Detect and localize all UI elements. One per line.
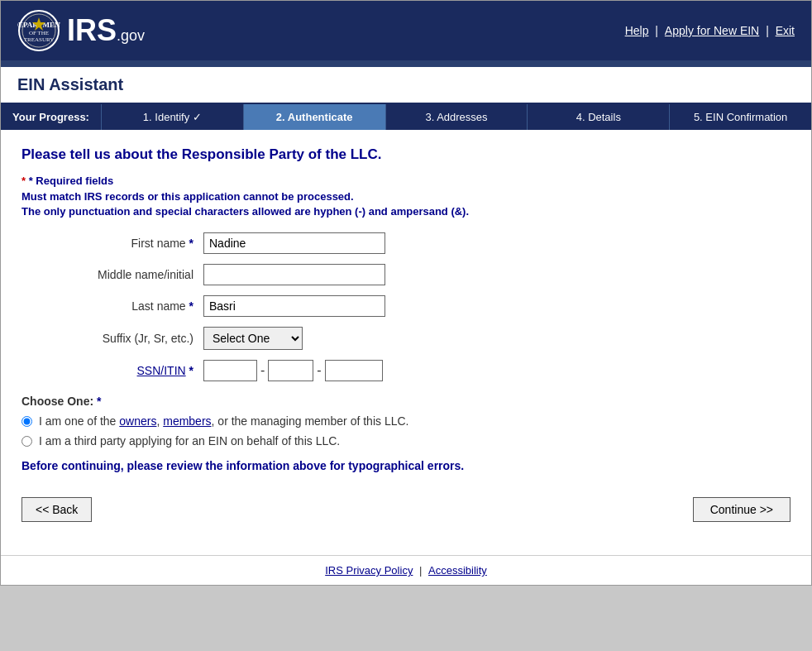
ssn-inputs: - -	[203, 360, 383, 381]
radio-third-party[interactable]	[21, 436, 32, 447]
logo-irs: IRS	[67, 13, 117, 47]
step-ein-confirmation[interactable]: 5. EIN Confirmation	[669, 104, 811, 130]
accessibility-link[interactable]: Accessibility	[428, 564, 487, 577]
radio-owner-label: I am one of the owners, members, or the …	[39, 414, 408, 428]
svg-text:OF THE: OF THE	[29, 30, 49, 36]
ssn-part1-input[interactable]	[203, 360, 257, 381]
suffix-select[interactable]: Select One Jr Sr II III IV V	[203, 327, 303, 350]
radio-owner-member[interactable]	[21, 416, 32, 427]
back-button[interactable]: << Back	[21, 497, 92, 522]
site-header: DEPARTMENT OF THE TREASURY IRS.gov Help …	[1, 1, 811, 60]
progress-steps: 1. Identify ✓ 2. Authenticate 3. Address…	[101, 104, 811, 130]
apply-new-ein-link[interactable]: Apply for New EIN	[665, 24, 759, 37]
suffix-label: Suffix (Jr, Sr, etc.)	[21, 332, 203, 345]
title-bar: EIN Assistant	[1, 67, 811, 104]
middle-name-input[interactable]	[203, 264, 385, 285]
radio-option-owner: I am one of the owners, members, or the …	[21, 414, 791, 428]
suffix-row: Suffix (Jr, Sr, etc.) Select One Jr Sr I…	[21, 327, 791, 350]
last-name-label: Last name *	[21, 299, 203, 313]
required-note-area: * * Required fields Must match IRS recor…	[21, 175, 791, 218]
responsible-party-form: First name * Middle name/initial Last na…	[21, 232, 791, 381]
privacy-policy-link[interactable]: IRS Privacy Policy	[325, 564, 413, 577]
site-footer: IRS Privacy Policy | Accessibility	[1, 555, 811, 585]
warning-line1: Must match IRS records or this applicati…	[21, 190, 791, 203]
ssn-part2-input[interactable]	[268, 360, 313, 381]
owners-link[interactable]: owners	[119, 414, 156, 428]
page-heading: Please tell us about the Responsible Par…	[21, 146, 791, 163]
review-notice: Before continuing, please review the inf…	[21, 459, 791, 472]
middle-name-row: Middle name/initial	[21, 264, 791, 285]
step-details[interactable]: 4. Details	[527, 104, 669, 130]
ssn-row: SSN/ITIN * - -	[21, 360, 791, 381]
warning-line2: The only punctuation and special charact…	[21, 205, 791, 218]
step-identify[interactable]: 1. Identify ✓	[101, 104, 243, 130]
required-fields-note: * * Required fields	[21, 175, 791, 187]
main-content: Please tell us about the Responsible Par…	[1, 130, 811, 555]
first-name-input[interactable]	[203, 232, 385, 254]
exit-link[interactable]: Exit	[776, 24, 795, 37]
step-addresses[interactable]: 3. Addresses	[385, 104, 528, 130]
logo-gov: .gov	[117, 27, 145, 44]
last-name-input[interactable]	[203, 295, 385, 317]
continue-button[interactable]: Continue >>	[693, 497, 791, 522]
page-title: EIN Assistant	[17, 75, 795, 94]
last-name-row: Last name *	[21, 295, 791, 317]
svg-text:TREASURY: TREASURY	[24, 36, 55, 43]
middle-name-label: Middle name/initial	[21, 268, 203, 281]
choose-one-label: Choose One: *	[21, 395, 791, 408]
choose-one-section: Choose One: * I am one of the owners, me…	[21, 395, 791, 448]
irs-seal-icon: DEPARTMENT OF THE TREASURY	[17, 9, 60, 52]
logo-text-area: IRS.gov	[67, 13, 145, 48]
radio-option-third-party: I am a third party applying for an EIN o…	[21, 434, 791, 448]
ssn-itin-link[interactable]: SSN/ITIN	[137, 364, 186, 377]
members-link[interactable]: members	[163, 414, 211, 428]
header-nav: Help | Apply for New EIN | Exit	[625, 24, 795, 37]
sub-header-bar	[1, 60, 811, 67]
progress-label: Your Progress:	[1, 104, 101, 130]
first-name-row: First name *	[21, 232, 791, 254]
help-link[interactable]: Help	[625, 24, 649, 37]
first-name-label: First name *	[21, 237, 203, 250]
ssn-part3-input[interactable]	[325, 360, 383, 381]
progress-bar: Your Progress: 1. Identify ✓ 2. Authenti…	[1, 104, 811, 130]
ssn-label: SSN/ITIN *	[21, 364, 203, 377]
button-row: << Back Continue >>	[21, 489, 791, 539]
step-authenticate[interactable]: 2. Authenticate	[243, 104, 385, 130]
logo-area: DEPARTMENT OF THE TREASURY IRS.gov	[17, 9, 145, 52]
radio-third-party-label: I am a third party applying for an EIN o…	[39, 434, 340, 448]
